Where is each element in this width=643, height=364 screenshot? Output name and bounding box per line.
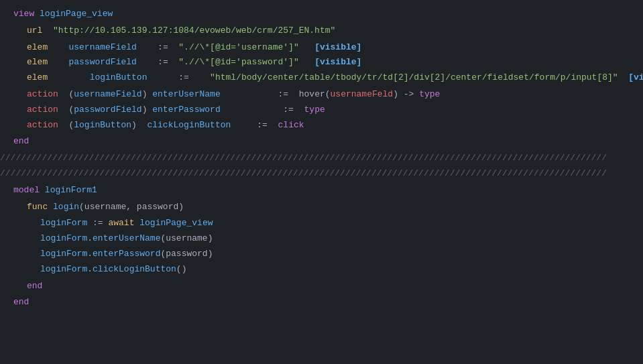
line-divider1: ////////////////////////////////////////… bbox=[0, 151, 643, 166]
keyword-end2: end bbox=[27, 280, 42, 294]
keyword-func: func bbox=[27, 200, 48, 215]
keyword-end1: end bbox=[13, 135, 29, 149]
keyword-action2: action bbox=[27, 103, 58, 117]
action1-name: enterUserName bbox=[152, 88, 220, 102]
line-end2: end bbox=[0, 279, 643, 294]
line-model: model loginForm1 bbox=[0, 183, 643, 198]
action1-param: usernameField bbox=[74, 88, 141, 102]
call3-method: clickLoginButton bbox=[93, 263, 176, 277]
keyword-model: model bbox=[13, 184, 40, 198]
action3-param: loginButton bbox=[74, 119, 131, 133]
call2-method: enterPassword bbox=[93, 247, 160, 261]
comment-divider1: ////////////////////////////////////////… bbox=[0, 151, 607, 166]
model-name: loginForm1 bbox=[45, 184, 97, 198]
keyword-view: view bbox=[13, 7, 34, 21]
elem1-selector: ".//\*[@id='username']" bbox=[178, 41, 298, 55]
call2-obj: loginForm bbox=[40, 247, 87, 261]
action2-name: enterPassword bbox=[152, 103, 220, 117]
line-end3: end bbox=[0, 295, 643, 310]
loginpage-view-ref: loginPage_view bbox=[139, 217, 213, 231]
keyword-elem2: elem bbox=[27, 56, 48, 70]
loginform-var: loginForm bbox=[40, 217, 87, 231]
elem2-name: passwordField bbox=[68, 56, 136, 70]
action3-click-keyword: click bbox=[278, 119, 304, 133]
keyword-url: url bbox=[27, 24, 42, 38]
call1-method: enterUserName bbox=[93, 232, 160, 246]
line-action1: action ( usernameField ) enterUserName :… bbox=[0, 87, 643, 103]
call3-obj: loginForm bbox=[40, 263, 87, 277]
view-name: loginPage_view bbox=[40, 7, 113, 21]
action2-param: passwordField bbox=[74, 103, 141, 117]
elem1-name: usernameField bbox=[68, 41, 136, 55]
call1-obj: loginForm bbox=[40, 232, 87, 246]
action3-name: clickLoginButton bbox=[147, 119, 231, 133]
line-loginform-assign: loginForm := await loginPage_view bbox=[0, 216, 643, 231]
func-name: login bbox=[53, 200, 79, 215]
keyword-elem3: elem bbox=[27, 71, 48, 85]
line-divider2: ////////////////////////////////////////… bbox=[0, 166, 643, 182]
keyword-elem1: elem bbox=[27, 41, 48, 55]
keyword-end3: end bbox=[13, 296, 29, 310]
elem1-visible: [visible] bbox=[314, 41, 361, 55]
action2-type-keyword: type bbox=[304, 103, 325, 117]
action1-hover-param: usernameFeld bbox=[331, 88, 394, 102]
code-editor: view loginPage_view url "http://10.105.1… bbox=[0, 0, 643, 317]
keyword-action1: action bbox=[27, 88, 58, 102]
url-value: "http://10.105.139.127:1084/evoweb/web/c… bbox=[53, 24, 335, 38]
line-elem1: elem usernameField := ".//\*[@id='userna… bbox=[0, 40, 643, 56]
line-view: view loginPage_view bbox=[0, 7, 643, 22]
line-action2: action ( passwordField ) enterPassword :… bbox=[0, 103, 643, 118]
line-url: url "http://10.105.139.127:1084/evoweb/w… bbox=[0, 23, 643, 39]
keyword-action3: action bbox=[27, 119, 58, 133]
line-func: func login (username, password) bbox=[0, 200, 643, 215]
elem3-name: loginButton bbox=[90, 71, 148, 85]
action1-type-keyword: type bbox=[419, 88, 440, 102]
line-elem3: elem loginButton := "html/body/center/ta… bbox=[0, 70, 643, 86]
line-call2: loginForm . enterPassword (password) bbox=[0, 247, 643, 262]
elem3-selector: "html/body/center/table/tbody/tr/td[2]/d… bbox=[210, 71, 618, 85]
line-action3: action ( loginButton ) clickLoginButton … bbox=[0, 118, 643, 133]
line-call1: loginForm . enterUserName (username) bbox=[0, 231, 643, 247]
line-elem2: elem passwordField := ".//\*[@id='passwo… bbox=[0, 55, 643, 70]
elem3-visible: [visible] bbox=[628, 71, 643, 85]
elem2-selector: ".//\*[@id='password']" bbox=[178, 56, 298, 70]
line-end1: end bbox=[0, 134, 643, 149]
elem2-visible: [visible] bbox=[314, 56, 361, 70]
keyword-await: await bbox=[108, 217, 134, 231]
comment-divider2: ////////////////////////////////////////… bbox=[0, 167, 607, 181]
line-call3: loginForm . clickLoginButton () bbox=[0, 262, 643, 278]
